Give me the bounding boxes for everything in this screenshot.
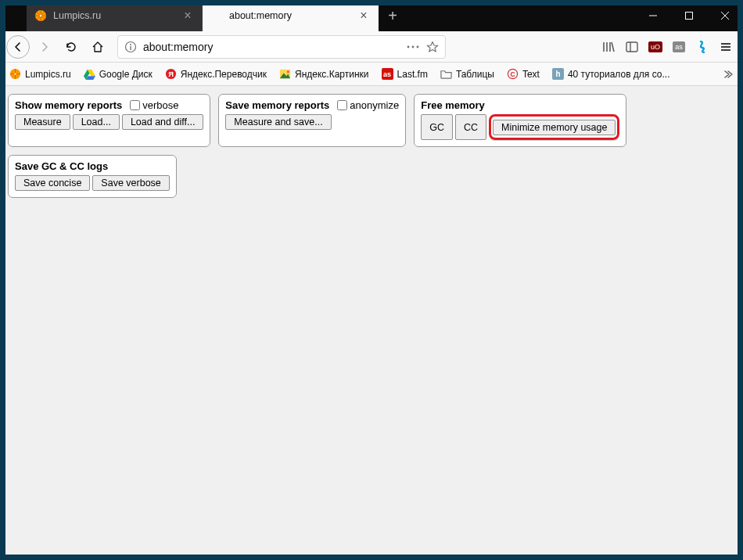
library-icon[interactable]	[598, 36, 619, 58]
show-memory-reports-title: Show memory reports	[15, 99, 122, 111]
load-button[interactable]: Load...	[73, 114, 120, 130]
save-concise-button[interactable]: Save concise	[15, 175, 90, 191]
lumpics-favicon-icon	[9, 68, 21, 80]
svg-text:Я: Я	[168, 70, 174, 78]
cc-button[interactable]: CC	[455, 114, 486, 140]
bookmarks-toolbar: Lumpics.ru Google Диск Я Яндекс.Переводч…	[0, 63, 743, 86]
bookmark-yandex-images[interactable]: Яндекс.Картинки	[275, 66, 374, 82]
tab-close-lumpics[interactable]: ×	[181, 9, 194, 22]
svg-rect-20	[626, 42, 637, 52]
default-favicon-icon	[210, 9, 223, 22]
save-gc-cc-logs-title: Save GC & CC logs	[15, 160, 108, 172]
save-verbose-button[interactable]: Save verbose	[92, 175, 169, 191]
svg-rect-12	[130, 46, 131, 50]
tab-title-lumpics: Lumpics.ru	[53, 10, 175, 21]
window-minimize-button[interactable]	[635, 0, 671, 31]
load-and-diff-button[interactable]: Load and diff...	[122, 114, 203, 130]
bookmark-tutorials[interactable]: h 40 туториалов для со...	[547, 66, 675, 82]
bookmark-label: 40 туториалов для со...	[568, 69, 670, 80]
save-memory-reports-title: Save memory reports	[225, 99, 329, 111]
gc-button[interactable]: GC	[421, 114, 453, 140]
verbose-label-text: verbose	[142, 99, 178, 111]
ublock-icon[interactable]: uO	[644, 36, 666, 58]
navbar: uO as	[0, 31, 743, 63]
svg-point-28	[14, 73, 16, 74]
bookmark-label: Last.fm	[397, 69, 428, 80]
save-memory-reports-group: Save memory reports anonymize Measure an…	[218, 94, 406, 147]
star-bookmark-icon[interactable]	[426, 41, 439, 53]
minimize-highlight: Minimize memory usage	[489, 114, 619, 140]
identity-info-icon[interactable]	[124, 41, 137, 53]
svg-point-11	[130, 44, 131, 45]
copyright-icon: C	[507, 68, 519, 80]
svg-point-15	[417, 45, 419, 48]
reload-button[interactable]	[59, 35, 83, 59]
folder-icon	[440, 68, 452, 80]
svg-line-19	[612, 42, 614, 52]
measure-and-save-button[interactable]: Measure and save...	[225, 114, 331, 130]
toolbar-right: uO as	[598, 36, 737, 58]
anonymize-label-text: anonymize	[350, 99, 399, 111]
bookmark-label: Text	[522, 69, 540, 80]
bookmark-label: Таблицы	[456, 69, 494, 80]
bookmark-label: Lumpics.ru	[25, 69, 71, 80]
bookmark-tables[interactable]: Таблицы	[436, 66, 499, 82]
address-bar[interactable]	[117, 35, 446, 59]
yandex-translate-icon: Я	[165, 68, 177, 80]
window-close-button[interactable]	[707, 0, 743, 31]
svg-text:C: C	[510, 70, 515, 78]
sidebar-toggle-icon[interactable]	[621, 36, 643, 58]
app-menu-button[interactable]	[715, 36, 737, 58]
tab-close-about-memory[interactable]: ×	[357, 9, 370, 22]
titlebar: Lumpics.ru × about:memory × +	[0, 0, 743, 31]
bookmarks-overflow-icon[interactable]	[716, 63, 738, 85]
google-drive-icon	[84, 68, 95, 80]
lastfm-icon: as	[382, 68, 393, 80]
habr-icon: h	[552, 68, 564, 80]
bookmark-yandex-translate[interactable]: Я Яндекс.Переводчик	[160, 66, 271, 82]
back-button[interactable]	[6, 35, 30, 59]
free-memory-title: Free memory	[421, 99, 485, 111]
anonymize-checkbox[interactable]	[337, 100, 347, 110]
lastfm-ext-icon[interactable]: as	[668, 36, 690, 58]
lumpics-favicon-icon	[34, 9, 47, 22]
tab-lumpics[interactable]: Lumpics.ru ×	[27, 0, 203, 31]
free-memory-group: Free memory GC CC Minimize memory usage	[414, 94, 626, 147]
bookmark-google-drive[interactable]: Google Диск	[79, 66, 157, 82]
svg-rect-7	[686, 13, 693, 20]
forward-button[interactable]	[33, 35, 56, 59]
show-memory-reports-group: Show memory reports verbose Measure Load…	[8, 94, 210, 147]
bookmark-lastfm[interactable]: as Last.fm	[377, 66, 433, 82]
home-button[interactable]	[86, 35, 109, 59]
svg-point-5	[40, 15, 42, 17]
bookmark-text[interactable]: C Text	[502, 66, 544, 82]
bookmark-label: Яндекс.Переводчик	[181, 69, 267, 80]
verbose-checkbox-label[interactable]: verbose	[130, 99, 178, 111]
tab-about-memory[interactable]: about:memory ×	[203, 0, 379, 31]
svg-point-36	[287, 70, 289, 73]
svg-point-14	[412, 45, 415, 48]
tab-title-about-memory: about:memory	[229, 10, 351, 21]
minimize-memory-usage-button[interactable]: Minimize memory usage	[493, 120, 616, 135]
url-input[interactable]	[143, 41, 400, 53]
svg-point-13	[407, 45, 410, 48]
stylus-ext-icon[interactable]	[691, 36, 713, 58]
yandex-images-icon	[279, 68, 291, 80]
about-memory-page: Show memory reports verbose Measure Load…	[0, 86, 743, 214]
save-gc-cc-logs-group: Save GC & CC logs Save concise Save verb…	[8, 155, 177, 198]
new-tab-button[interactable]: +	[379, 0, 407, 31]
anonymize-checkbox-label[interactable]: anonymize	[337, 99, 399, 111]
measure-button[interactable]: Measure	[15, 114, 70, 130]
bookmark-label: Яндекс.Картинки	[295, 69, 369, 80]
window-maximize-button[interactable]	[671, 0, 707, 31]
page-action-menu-icon[interactable]	[406, 41, 420, 53]
bookmark-lumpics[interactable]: Lumpics.ru	[5, 66, 76, 82]
window-controls	[635, 0, 743, 31]
bookmark-label: Google Диск	[99, 69, 153, 80]
verbose-checkbox[interactable]	[130, 100, 140, 110]
